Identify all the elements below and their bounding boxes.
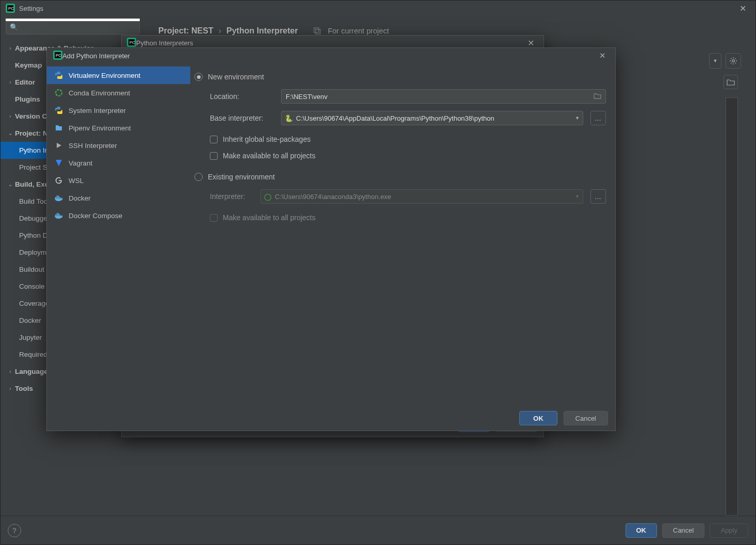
python-icon [54,71,63,80]
help-button[interactable]: ? [8,524,21,537]
tree-item-label: Plugins [15,95,40,103]
chevron-right-icon: › [219,26,221,36]
type-item-label: WSL [69,177,84,185]
svg-rect-32 [57,213,58,214]
type-item-label: Virtualenv Environment [69,72,140,79]
type-item-label: Conda Environment [69,89,130,97]
inherit-checkbox[interactable] [210,136,218,143]
type-item-ssh-interpreter[interactable]: SSH Interpreter [47,137,190,154]
packages-scrollbar[interactable] [726,97,738,516]
tree-item-label: Editor [15,78,35,86]
type-item-label: Docker Compose [69,212,122,220]
svg-rect-4 [316,29,320,34]
location-value: F:\NEST\venv [286,93,327,101]
base-browse-button[interactable]: … [590,111,606,125]
existing-env-radio-row[interactable]: Existing environment [194,170,606,184]
pipenv-icon [54,123,63,133]
svg-rect-3 [314,28,319,32]
interpreters-title: Python Interpreters [136,39,193,47]
existing-interp-combo: ◯ C:\Users\90674\anaconda3\python.exe ▼ [260,189,583,204]
wsl-icon [54,176,63,185]
gear-button[interactable] [726,53,741,69]
conda-icon: ◯ [264,193,272,201]
avail-checkbox[interactable] [210,152,218,160]
interpreter-form: New environment Location: F:\NEST\venv B… [190,63,615,406]
add-interpreter-dialog: PC Add Python Interpreter ✕ Virtualenv E… [46,47,616,431]
inherit-check-row[interactable]: Inherit global site-packages [210,133,606,146]
type-item-wsl[interactable]: WSL [47,172,190,189]
add-cancel-button[interactable]: Cancel [564,411,608,425]
avail-label: Make available to all projects [223,152,316,160]
type-item-virtualenv-environment[interactable]: Virtualenv Environment [47,67,190,84]
type-item-docker[interactable]: Docker [47,189,190,207]
settings-cancel-button[interactable]: Cancel [662,523,704,538]
tree-item-label: Docker [19,317,41,324]
type-item-label: Vagrant [69,159,92,167]
svg-line-10 [731,58,731,59]
svg-point-20 [56,90,62,96]
svg-text:PC: PC [8,6,14,11]
avail-check-row[interactable]: Make available to all projects [210,149,606,162]
svg-line-13 [735,58,736,59]
exist-avail-label: Make available to all projects [223,213,316,222]
type-item-vagrant[interactable]: Vagrant [47,154,190,172]
base-value: C:\Users\90674\AppData\Local\Programs\Py… [296,114,494,122]
interpreter-dropdown-button[interactable]: ▼ [709,53,721,69]
svg-rect-30 [57,214,58,216]
type-item-docker-compose[interactable]: Docker Compose [47,207,190,224]
tree-item-label: Keymap [15,61,42,69]
settings-ok-button[interactable]: OK [626,523,658,538]
folder-icon[interactable] [594,93,601,101]
settings-close-button[interactable]: ✕ [735,2,750,15]
tree-item-label: Console [19,283,45,290]
breadcrumb-page: Python Interpreter [226,26,298,36]
tree-item-label: Tools [15,385,33,392]
interpreter-type-list: Virtualenv EnvironmentConda EnvironmentS… [47,63,190,406]
chevron-down-icon: ⌄ [6,181,15,187]
svg-rect-29 [55,214,56,216]
interp-label: Interpreter: [210,192,253,201]
vagrant-icon [54,158,63,168]
type-item-system-interpreter[interactable]: System Interpreter [47,102,190,119]
base-interpreter-combo[interactable]: 🐍 C:\Users\90674\AppData\Local\Programs\… [281,111,583,125]
pycharm-icon: PC [6,4,15,13]
existing-browse-button[interactable]: … [590,189,606,204]
add-ok-button[interactable]: OK [519,411,557,425]
existing-env-label: Existing environment [208,173,275,181]
location-input[interactable]: F:\NEST\venv [281,89,606,104]
svg-rect-31 [58,214,59,216]
folder-button[interactable] [724,75,738,89]
svg-rect-28 [59,197,60,198]
svg-rect-34 [59,214,60,216]
conda-icon [54,88,63,97]
add-title: Add Python Interpreter [62,52,130,60]
type-item-label: System Interpreter [69,107,126,114]
type-item-conda-environment[interactable]: Conda Environment [47,84,190,102]
new-env-label: New environment [208,73,264,81]
exist-avail-checkbox [210,214,218,222]
new-env-radio-row[interactable]: New environment [194,70,606,84]
svg-point-5 [732,60,735,62]
breadcrumb-hint: For current project [328,27,389,35]
radio-unchecked-icon[interactable] [194,173,203,181]
radio-checked-icon[interactable] [194,73,203,81]
base-label: Base interpreter: [210,114,274,122]
pycharm-icon: PC [53,51,62,61]
tree-item-label: Jupyter [19,334,42,341]
chevron-right-icon: › [6,386,15,391]
python-icon: 🐍 [285,114,293,122]
docker-icon [54,211,63,220]
type-item-label: Docker [69,194,91,202]
svg-text:PC: PC [56,53,61,58]
location-label: Location: [210,92,274,101]
chevron-right-icon: › [6,79,15,85]
chevron-right-icon: › [6,45,15,51]
type-item-pipenv-environment[interactable]: Pipenv Environment [47,119,190,137]
svg-line-11 [735,63,736,63]
settings-footer: ? OK Cancel Apply [1,516,755,544]
type-item-label: SSH Interpreter [69,142,117,150]
settings-search-input[interactable] [6,20,140,35]
svg-line-12 [731,63,731,63]
add-close-button[interactable]: ✕ [596,50,609,61]
inherit-label: Inherit global site-packages [223,135,310,143]
